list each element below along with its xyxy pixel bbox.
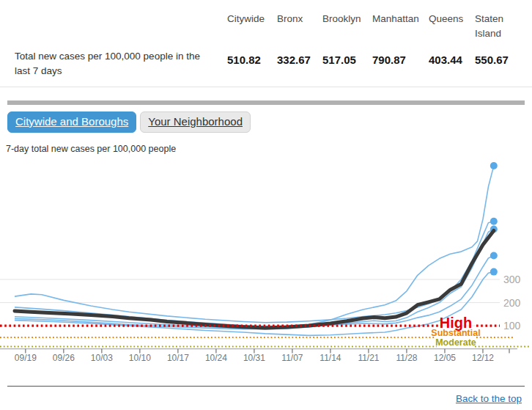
- column-header-brooklyn: Brooklyn: [322, 6, 372, 40]
- svg-text:11/21: 11/21: [358, 353, 379, 363]
- stat-value-brooklyn: 517.05: [322, 40, 372, 79]
- footer-divider: [7, 386, 525, 387]
- svg-text:300: 300: [503, 274, 521, 285]
- tab-citywide-and-boroughs[interactable]: Citywide and Boroughs: [7, 111, 136, 133]
- back-to-top-link[interactable]: Back to the top: [456, 393, 522, 404]
- svg-text:12/12: 12/12: [472, 353, 494, 363]
- stat-value-citywide: 510.82: [227, 40, 277, 79]
- svg-text:11/28: 11/28: [396, 353, 417, 363]
- stat-value-staten-island: 550.67: [475, 40, 525, 79]
- cases-line-chart: 100200300HighSubstantialModerate09/1909/…: [0, 158, 532, 378]
- section-divider-bar: [7, 100, 525, 105]
- footer: Back to the top: [0, 392, 522, 405]
- svg-text:Moderate: Moderate: [435, 337, 476, 348]
- column-header-staten-island: Staten Island: [475, 6, 525, 40]
- svg-text:10/03: 10/03: [91, 353, 113, 363]
- svg-text:09/26: 09/26: [53, 353, 75, 363]
- svg-text:09/19: 09/19: [15, 353, 37, 363]
- svg-text:10/31: 10/31: [243, 353, 265, 363]
- view-tabs: Citywide and Boroughs Your Neighborhood: [7, 111, 532, 133]
- svg-text:12/05: 12/05: [434, 353, 456, 363]
- svg-text:10/17: 10/17: [167, 353, 189, 363]
- column-header-queens: Queens: [429, 6, 475, 40]
- svg-text:10/24: 10/24: [205, 353, 227, 363]
- tab-your-neighborhood[interactable]: Your Neighborhood: [140, 111, 251, 133]
- chart-title: 7-day total new cases per 100,000 people: [6, 144, 532, 154]
- svg-text:11/07: 11/07: [281, 353, 303, 363]
- stats-row-label: Total new cases per 100,000 people in th…: [15, 40, 227, 79]
- svg-text:11/14: 11/14: [319, 353, 341, 363]
- column-header-manhattan: Manhattan: [372, 6, 429, 40]
- stat-value-bronx: 332.67: [277, 40, 322, 79]
- column-header-citywide: Citywide: [227, 6, 277, 40]
- stat-value-queens: 403.44: [429, 40, 475, 79]
- stats-corner: [15, 6, 227, 40]
- svg-text:200: 200: [503, 296, 521, 308]
- svg-text:10/10: 10/10: [129, 353, 151, 363]
- stats-table: Citywide Bronx Brooklyn Manhattan Queens…: [0, 0, 532, 87]
- svg-text:100: 100: [503, 320, 521, 332]
- stat-value-manhattan: 790.87: [372, 40, 429, 79]
- column-header-bronx: Bronx: [277, 6, 322, 40]
